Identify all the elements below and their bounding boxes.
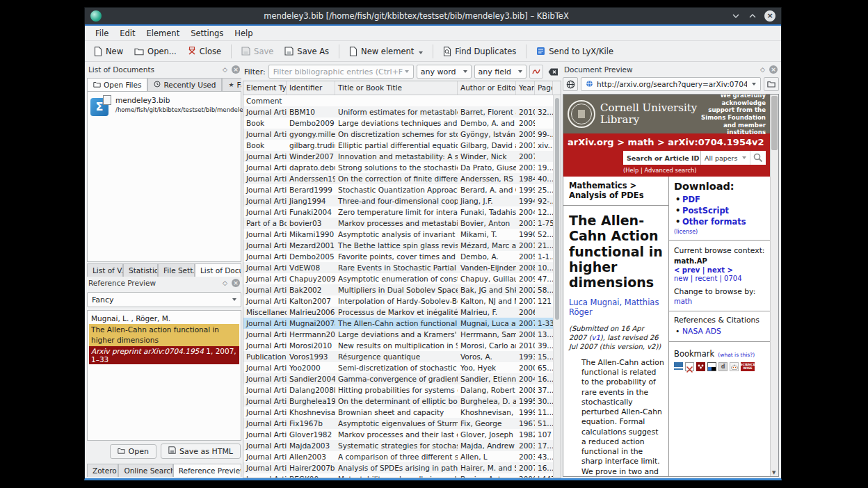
dock-tab[interactable]: List of V... [87, 263, 123, 277]
arxiv-scope-select[interactable]: All papers [700, 151, 750, 165]
menu-item[interactable]: Settings [186, 27, 228, 40]
table-scrollbar-thumb[interactable] [555, 98, 559, 320]
nasa-ads-link[interactable]: NASA ADS [674, 326, 765, 336]
table-row[interactable]: Journal Article Fix1967b Asymptotic eige… [243, 418, 561, 429]
table-row[interactable]: Journal Article VdEW08 Rare Events in St… [243, 262, 561, 273]
help-links[interactable]: (Help | Advanced search) [623, 167, 766, 174]
table-row[interactable]: Journal Article Kalton2007 Interpolation… [243, 295, 561, 307]
table-scrollbar[interactable] [553, 95, 561, 478]
float-panel-icon[interactable]: ◇ [223, 279, 227, 286]
table-row[interactable]: Journal Article BBM10 Uniform estimates … [243, 106, 561, 117]
article-authors[interactable]: Luca Mugnai, Matthias Röger [563, 295, 668, 323]
list-item[interactable]: Σ mendeley3.bib /home/fish/git/kbibtex/t… [90, 95, 238, 116]
open-button[interactable]: Open... [129, 44, 182, 59]
open-reference-button[interactable]: Open [110, 444, 156, 459]
table-row[interactable]: Journal Article Herrmann2008 Large devia… [243, 329, 561, 340]
what-is-this-link[interactable]: (what is this?) [718, 352, 755, 358]
save-button[interactable]: Save [236, 44, 278, 59]
table-row[interactable]: Journal Article Mugnai2007a The Allen-Ca… [243, 318, 561, 329]
table-row[interactable]: Journal Article Yoo2000 Semi-discretizat… [243, 362, 561, 373]
column-header-type[interactable]: Element Type [243, 81, 287, 95]
bottom-dock-tab[interactable]: Online Search [118, 464, 172, 477]
table-row[interactable]: Publication i... Voros1993 Résurgence qu… [243, 351, 561, 362]
prev-next-links[interactable]: < prev | next > [674, 266, 765, 274]
new-button[interactable]: New [89, 44, 128, 59]
maximize-icon[interactable] [748, 11, 757, 21]
open-external-icon[interactable] [764, 77, 779, 91]
table-row[interactable]: Journal Article BEGK00 Metastability and… [243, 473, 561, 478]
close-panel-icon[interactable]: × [232, 279, 240, 287]
table-row[interactable]: Journal Article Dalang2008b Hitting prob… [243, 384, 561, 396]
dock-tab[interactable]: File Sett... [158, 263, 195, 277]
nav-links[interactable]: new | recent | 0704 [674, 275, 765, 282]
table-row[interactable]: Miscellaneo... Malrieu2006 Processus de … [243, 307, 561, 318]
url-combobox[interactable]: http://arxiv.org/search?query=arXiv:0704… [581, 77, 761, 91]
clear-filter-icon[interactable] [546, 65, 560, 79]
table-row[interactable]: Journal Article Burghelea1995 On the det… [243, 396, 561, 407]
table-row[interactable]: Journal Article Bak2002 Multipliers in D… [243, 284, 561, 295]
menu-item[interactable]: File [90, 27, 113, 40]
close-panel-icon[interactable]: × [769, 65, 778, 74]
dock-tab[interactable]: Statistics [123, 263, 158, 277]
table-row[interactable]: Journal Article Majda2003 Systematic str… [243, 440, 561, 451]
tab-recently-used[interactable]: Recently Used [147, 78, 222, 91]
table-row[interactable]: Journal Article gyongy.millet05 On discr… [243, 129, 561, 140]
table-row[interactable]: Journal Article Winder2007 Innovation an… [243, 151, 561, 162]
table-row[interactable]: Part of a Bo... bovier03 Markov processe… [243, 218, 561, 229]
float-panel-icon[interactable]: ◇ [223, 66, 227, 73]
menu-item[interactable]: Element [142, 27, 185, 40]
table-row[interactable]: Journal Article Funaki2004 Zero temperat… [243, 206, 561, 218]
table-row[interactable]: Book Dembo2009 Large deviations techniqu… [243, 117, 561, 129]
preview-scrollbar[interactable]: ▼ [770, 95, 778, 476]
table-row[interactable]: Journal Article Khoshnevisan1... Brownia… [243, 407, 561, 418]
digg-icon[interactable]: d [718, 362, 728, 371]
table-row[interactable]: Journal Article Sandier2004 Gamma-conver… [243, 373, 561, 384]
v1-link[interactable]: v1 [592, 334, 600, 341]
online-mode-icon[interactable] [563, 77, 578, 91]
search-pdf-icon[interactable] [529, 65, 543, 79]
preview-scrollbar-thumb[interactable] [771, 96, 778, 150]
column-header-year[interactable]: Year [516, 81, 535, 95]
sciencewise-icon[interactable]: SCIENCEWISE [741, 362, 755, 371]
tab-open-files[interactable]: Open Files [87, 78, 147, 91]
delicious-icon[interactable] [707, 362, 716, 371]
reddit-icon[interactable] [730, 362, 739, 371]
table-row[interactable]: Journal Article Glover1982 Markov proces… [243, 429, 561, 440]
download-link[interactable]: PDF [674, 194, 765, 205]
table-row[interactable]: Journal Article Jiang1994 Three-and four… [243, 195, 561, 206]
download-link[interactable]: PostScript [674, 205, 765, 216]
table-row[interactable]: Journal Article Mikami1990 Asymptotic an… [243, 229, 561, 240]
send-to-lyx-button[interactable]: Send to LyX/Kile [531, 44, 618, 59]
close-panel-icon[interactable]: × [232, 65, 240, 74]
column-header-author[interactable]: Author or Editor [458, 81, 516, 95]
table-row[interactable]: Journal Article Hairer2007b Analysis of … [243, 462, 561, 473]
menu-item[interactable]: Edit [115, 27, 140, 40]
citeulike-icon[interactable] [674, 362, 683, 371]
license-link[interactable]: (license) [674, 229, 765, 235]
close-window-icon[interactable]: × [764, 10, 775, 22]
float-panel-icon[interactable]: ◇ [760, 66, 765, 73]
download-link[interactable]: Other formats [674, 216, 765, 227]
close-file-button[interactable]: Close [183, 44, 226, 59]
minimize-icon[interactable] [731, 11, 741, 21]
table-row[interactable]: Comment [243, 95, 561, 106]
bottom-dock-tab[interactable]: Zotero [87, 464, 118, 477]
tab-favorites[interactable]: ★ Favori [222, 78, 241, 91]
search-icon[interactable] [750, 151, 766, 165]
mendeley-icon[interactable] [696, 362, 705, 371]
column-header-title[interactable]: Title or Book Title [335, 81, 458, 95]
save-as-button[interactable]: Save As [280, 44, 334, 59]
scroll-down-arrow-icon[interactable]: ▼ [772, 470, 775, 475]
table-row[interactable]: Journal Article Dembo2005 Favorite point… [243, 251, 561, 262]
arxiv-search-input[interactable]: Search or Article ID [623, 151, 700, 165]
filter-field-select[interactable]: any field [474, 65, 527, 79]
table-row[interactable]: Journal Article Berard1999 Stochastic Qu… [243, 184, 561, 195]
titlebar[interactable]: mendeley3.bib [/home/fish/git/kbibtex/te… [85, 8, 781, 26]
table-row[interactable]: Book gilbarg.truding... Elliptic partial… [243, 140, 561, 151]
table-row[interactable]: Journal Article Morosi2010 New results o… [243, 340, 561, 351]
bibsonomy-icon[interactable] [685, 362, 694, 371]
new-element-button[interactable]: New element [344, 44, 428, 59]
filter-word-select[interactable]: any word [417, 65, 472, 79]
table-row[interactable]: Journal Article Chapuy2009 Asymptotic en… [243, 273, 561, 284]
filter-input[interactable]: Filter bibliographic entries (Ctrl+F) [268, 65, 414, 79]
